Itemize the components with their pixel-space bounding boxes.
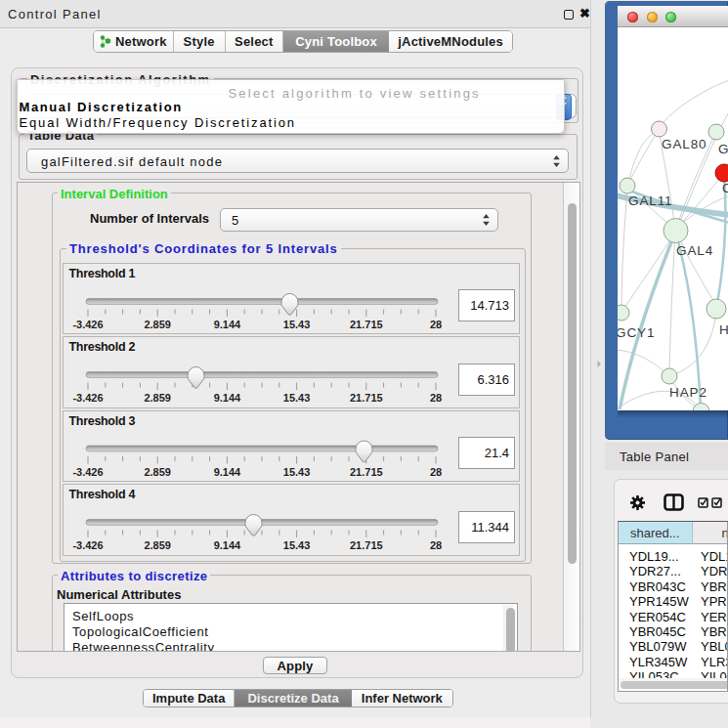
svg-text:GAL11: GAL11 <box>628 193 673 208</box>
svg-text:2.859: 2.859 <box>144 392 171 404</box>
svg-text:15.43: 15.43 <box>283 466 311 478</box>
svg-text:9.144: 9.144 <box>214 319 241 330</box>
svg-text:H: H <box>719 322 728 337</box>
svg-text:GAL80: GAL80 <box>662 137 707 151</box>
svg-text:-3.426: -3.426 <box>72 392 103 404</box>
svg-text:9.144: 9.144 <box>214 466 241 478</box>
svg-text:28: 28 <box>430 319 442 330</box>
svg-text:GA: GA <box>718 142 728 156</box>
svg-text:15.43: 15.43 <box>283 539 311 551</box>
svg-text:21.715: 21.715 <box>350 466 383 478</box>
svg-text:28: 28 <box>430 466 442 478</box>
svg-text:28: 28 <box>430 539 442 551</box>
svg-text:2.859: 2.859 <box>144 539 171 551</box>
svg-text:9.144: 9.144 <box>214 539 241 551</box>
svg-text:2.859: 2.859 <box>144 319 171 330</box>
svg-text:-3.426: -3.426 <box>72 539 103 551</box>
svg-text:21.715: 21.715 <box>350 392 383 404</box>
svg-text:21.715: 21.715 <box>350 319 383 330</box>
svg-text:9.144: 9.144 <box>214 392 241 404</box>
svg-text:-3.426: -3.426 <box>72 319 103 330</box>
svg-text:28: 28 <box>430 392 442 404</box>
svg-text:C: C <box>722 181 728 195</box>
svg-text:-3.426: -3.426 <box>72 466 103 478</box>
svg-text:HAP2: HAP2 <box>669 385 707 400</box>
svg-text:GAL4: GAL4 <box>676 243 713 258</box>
svg-text:15.43: 15.43 <box>283 392 311 404</box>
svg-text:15.43: 15.43 <box>283 319 311 330</box>
svg-text:21.715: 21.715 <box>350 539 383 551</box>
svg-text:GCY1: GCY1 <box>618 325 655 340</box>
svg-text:2.859: 2.859 <box>144 466 171 478</box>
